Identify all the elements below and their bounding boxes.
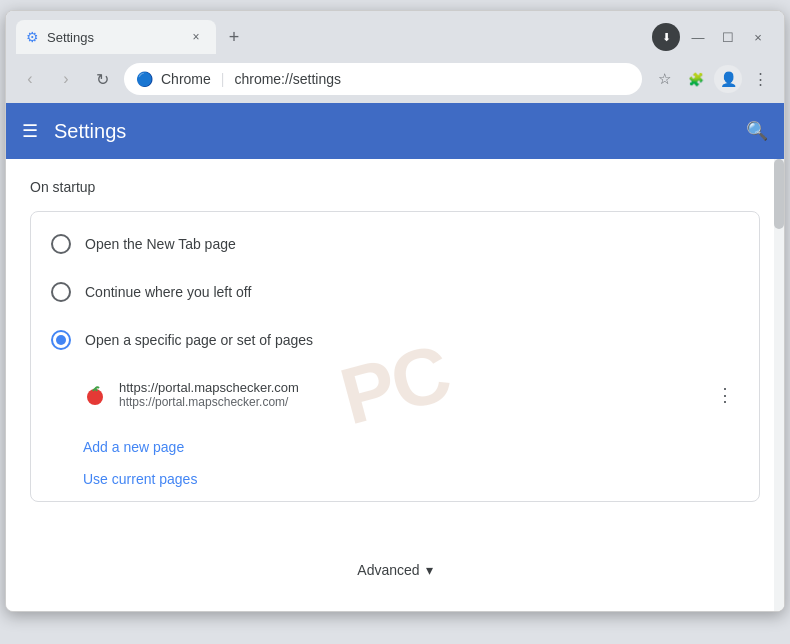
add-new-page-button[interactable]: Add a new page [31,429,759,461]
startup-pages-container: https://portal.mapschecker.com https://p… [31,364,759,429]
radio-continue[interactable] [51,282,71,302]
download-indicator[interactable]: ⬇ [652,23,680,51]
refresh-button[interactable]: ↻ [88,65,116,93]
page-menu-button[interactable]: ⋮ [711,381,739,409]
minimize-button[interactable]: — [686,25,710,49]
page-name: https://portal.mapschecker.com [119,380,699,395]
use-current-pages-button[interactable]: Use current pages [31,461,759,493]
radio-specific[interactable] [51,330,71,350]
radio-new-tab[interactable] [51,234,71,254]
page-info: https://portal.mapschecker.com https://p… [119,380,699,409]
svg-point-0 [87,389,103,405]
advanced-section[interactable]: Advanced ▾ [6,542,784,598]
option-continue-label: Continue where you left off [85,284,251,300]
chrome-menu-button[interactable]: ⋮ [746,65,774,93]
omnibox-separator: | [221,71,225,87]
forward-button[interactable]: › [52,65,80,93]
hamburger-icon[interactable]: ☰ [22,120,38,142]
settings-header-title: Settings [54,120,126,143]
option-specific[interactable]: Open a specific page or set of pages [31,316,759,364]
browser-window: ⚙ Settings × + ⬇ — ☐ × ‹ › ↻ 🔵 Chrome | … [5,10,785,612]
new-tab-button[interactable]: + [220,23,248,51]
tab-close-button[interactable]: × [186,27,206,47]
on-startup-section: On startup Open the New Tab page Continu… [6,159,784,522]
radio-specific-fill [56,335,66,345]
omnibox-path: chrome://settings [234,71,341,87]
extensions-button[interactable]: 🧩 [682,65,710,93]
bookmark-button[interactable]: ☆ [650,65,678,93]
tab-favicon: ⚙ [26,29,39,45]
settings-tab[interactable]: ⚙ Settings × [16,20,216,54]
maximize-button[interactable]: ☐ [716,25,740,49]
scroll-thumb[interactable] [774,159,784,229]
omnibox-favicon: 🔵 [136,71,153,87]
toolbar-right: ☆ 🧩 👤 ⋮ [650,65,774,93]
option-new-tab[interactable]: Open the New Tab page [31,220,759,268]
page-favicon [83,383,107,407]
back-button[interactable]: ‹ [16,65,44,93]
option-continue[interactable]: Continue where you left off [31,268,759,316]
address-bar: ‹ › ↻ 🔵 Chrome | chrome://settings ☆ 🧩 👤… [6,55,784,103]
options-card: Open the New Tab page Continue where you… [30,211,760,502]
scroll-track[interactable] [774,159,784,611]
option-new-tab-label: Open the New Tab page [85,236,236,252]
section-title: On startup [30,179,760,195]
title-bar: ⚙ Settings × + ⬇ — ☐ × [6,11,784,55]
option-specific-label: Open a specific page or set of pages [85,332,313,348]
profile-button[interactable]: 👤 [714,65,742,93]
advanced-arrow-icon: ▾ [426,562,433,578]
omnibox[interactable]: 🔵 Chrome | chrome://settings [124,63,642,95]
settings-search-icon[interactable]: 🔍 [746,120,768,142]
settings-body: PC On startup Open the New Tab page Cont… [6,159,784,611]
settings-header: ☰ Settings 🔍 [6,103,784,159]
page-url: https://portal.mapschecker.com/ [119,395,699,409]
tab-title: Settings [47,30,94,45]
advanced-label: Advanced [357,562,419,578]
startup-page-item: https://portal.mapschecker.com https://p… [83,372,739,417]
close-button[interactable]: × [746,25,770,49]
omnibox-host: Chrome [161,71,211,87]
